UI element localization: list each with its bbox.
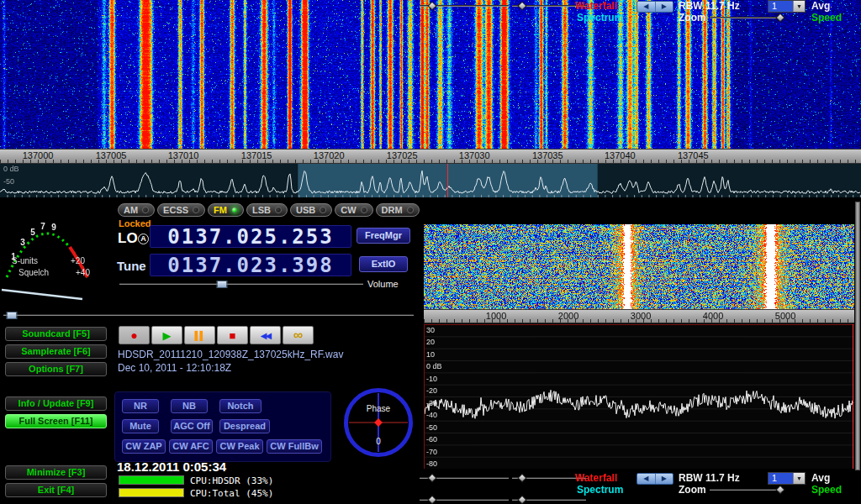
cpu-hdsdr-text: CPU:HDSDR (33%)	[190, 475, 273, 486]
avg-dropdown-bottom[interactable]: 1▼	[768, 472, 806, 485]
slider-handle[interactable]	[518, 473, 527, 482]
lock-badge-icon[interactable]: A	[138, 234, 149, 244]
slider-handle[interactable]	[775, 13, 784, 22]
samplerate-button[interactable]: Samplerate [F6]	[5, 344, 107, 359]
rf-waterfall[interactable]	[424, 224, 854, 309]
mode-button-cw[interactable]: CW	[335, 203, 372, 217]
db-tick: -80	[426, 459, 437, 468]
mute-button[interactable]: Mute	[122, 419, 159, 433]
rbw-label-bottom: RBW 11.7 Hz	[679, 472, 740, 484]
cpu-hdsdr-meter	[119, 475, 184, 485]
spectrum-toggle-top[interactable]: Spectrum	[577, 12, 623, 24]
rf-scrollbar[interactable]	[855, 202, 860, 470]
slider-handle[interactable]	[427, 473, 436, 482]
main-spectrum[interactable]	[0, 164, 861, 197]
notch-button[interactable]: Notch	[219, 399, 261, 413]
waterfall-toggle-bottom[interactable]: Waterfall	[575, 472, 617, 484]
avg-dropdown-top[interactable]: 1▼	[768, 0, 806, 13]
agc-off-button[interactable]: AGC Off	[171, 419, 213, 433]
scroll-right-icon[interactable]: ▶	[656, 474, 673, 484]
nb-button[interactable]: NB	[171, 399, 208, 413]
rf-frequency-ruler[interactable]: 1000 2000 3000 4000 5000	[424, 309, 854, 323]
mode-button-ecss[interactable]: ECSS	[157, 203, 205, 217]
extio-button[interactable]: ExtIO	[359, 256, 408, 272]
soundcard-button[interactable]: Soundcard [F5]	[5, 327, 107, 341]
scroll-right-icon[interactable]: ▶	[656, 2, 673, 12]
slider-groove	[3, 314, 414, 316]
slider-handle[interactable]	[427, 1, 436, 10]
mode-led-icon	[142, 207, 149, 213]
spectrum-toggle-bottom[interactable]: Spectrum	[577, 484, 623, 496]
loop-button[interactable]: ∞	[283, 326, 314, 344]
lo-frequency-display[interactable]: 0137.025.253	[150, 225, 351, 248]
dropdown-arrow-icon[interactable]: ▼	[793, 1, 805, 12]
scroll-left-icon[interactable]: ◀	[637, 474, 656, 484]
record-button[interactable]: ●	[119, 326, 150, 344]
cw-zap-button[interactable]: CW ZAP	[122, 439, 166, 454]
pause-button[interactable]: ▌▌	[184, 326, 215, 344]
freqmgr-button[interactable]: FreqMgr	[357, 228, 410, 244]
mode-label: DRM	[382, 206, 403, 215]
mode-label: ECSS	[163, 206, 188, 215]
cw-afc-button[interactable]: CW AFC	[169, 439, 213, 454]
db-tick: -50	[426, 423, 437, 432]
options-button[interactable]: Options [F7]	[5, 362, 107, 376]
rf-brightness-slider-top[interactable]	[420, 1, 509, 12]
hdsdr-window: 137000 137005 137010 137015 137020 13702…	[0, 0, 861, 504]
volume-slider[interactable]	[119, 279, 363, 290]
rf-shift-scrollbar-bottom[interactable]: ◀▶	[637, 473, 673, 485]
phase-indicator: Phase 0	[344, 388, 413, 457]
minimize-button[interactable]: Minimize [F3]	[5, 465, 107, 480]
rf-brightness-slider-bottom[interactable]	[420, 473, 509, 484]
dsp-panel: NR NB Notch Mute AGC Off Despread CW ZAP…	[114, 391, 331, 462]
slider-handle[interactable]	[775, 485, 784, 494]
despread-button[interactable]: Despread	[219, 419, 270, 433]
cw-peak-button[interactable]: CW Peak	[216, 439, 263, 454]
rewind-icon: ◀◀	[261, 331, 270, 340]
slider-handle[interactable]	[518, 495, 527, 504]
main-frequency-ruler[interactable]: 137000 137005 137010 137015 137020 13702…	[0, 149, 861, 164]
rewind-button[interactable]: ◀◀	[250, 326, 281, 344]
stop-icon: ■	[230, 329, 236, 342]
db-tick: -70	[426, 448, 437, 456]
rf-shift-scrollbar-top[interactable]: ◀▶	[637, 1, 673, 13]
volume-label: Volume	[367, 279, 399, 289]
avg-dropdown-value: 1	[769, 1, 793, 12]
slider-handle[interactable]	[216, 281, 227, 288]
ruler-ticks	[424, 319, 854, 323]
db-tick: -30	[426, 399, 437, 407]
rf-spectrum[interactable]	[424, 324, 854, 469]
rf-lower-slider1-bottom[interactable]	[420, 495, 509, 504]
mode-button-drm[interactable]: DRM	[376, 203, 420, 217]
zoom-slider-bottom[interactable]	[710, 485, 784, 496]
s-meter[interactable]: 1 3 5 7 9 S-units +20 Squelch +40	[0, 208, 111, 314]
cpu-total-text: CPU:Total (45%)	[190, 488, 273, 499]
phase-center-marker	[374, 418, 383, 427]
full-screen-button[interactable]: Full Screen [F11]	[5, 414, 107, 428]
recording-file-name: HDSDR_20111210_120938Z_137025kHz_RF.wav	[118, 349, 343, 360]
info-update-button[interactable]: Info / Update [F9]	[5, 396, 107, 411]
mode-button-usb[interactable]: USB	[290, 203, 332, 217]
dropdown-arrow-icon[interactable]: ▼	[793, 473, 805, 484]
zoom-label-bottom: Zoom	[679, 484, 706, 496]
mode-led-icon	[193, 207, 199, 213]
mode-button-fm[interactable]: FM	[208, 203, 244, 217]
slider-handle[interactable]	[518, 1, 527, 10]
waterfall-toggle-top[interactable]: Waterfall	[575, 0, 617, 12]
scroll-left-icon[interactable]: ◀	[637, 2, 656, 12]
cw-fullbw-button[interactable]: CW FullBw	[267, 439, 322, 454]
zoom-slider-top[interactable]	[710, 13, 784, 24]
rf-lower-slider2-bottom[interactable]	[512, 495, 586, 504]
slider-handle[interactable]	[7, 312, 18, 319]
play-button[interactable]: ▶	[151, 326, 182, 344]
tune-frequency-display[interactable]: 0137.023.398	[150, 254, 351, 276]
nr-button[interactable]: NR	[122, 399, 159, 413]
stop-button[interactable]: ■	[217, 326, 248, 344]
cpu-total-meter-fill	[119, 489, 183, 496]
exit-button[interactable]: Exit [F4]	[5, 483, 107, 497]
squelch-slider[interactable]	[3, 310, 414, 321]
slider-handle[interactable]	[427, 495, 436, 504]
mode-button-lsb[interactable]: LSB	[246, 203, 288, 217]
s-meter-scale-3: 3	[20, 238, 25, 247]
mode-button-am[interactable]: AM	[118, 203, 155, 217]
